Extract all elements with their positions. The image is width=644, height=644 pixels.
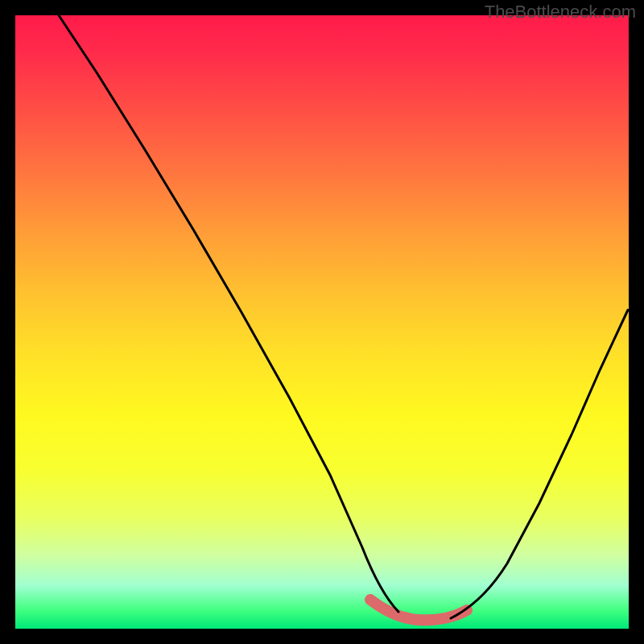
watermark-text: TheBottleneck.com [485, 2, 636, 23]
curve-left-branch [59, 15, 398, 612]
chart-svg [0, 0, 644, 644]
curve-right-branch [451, 310, 628, 618]
